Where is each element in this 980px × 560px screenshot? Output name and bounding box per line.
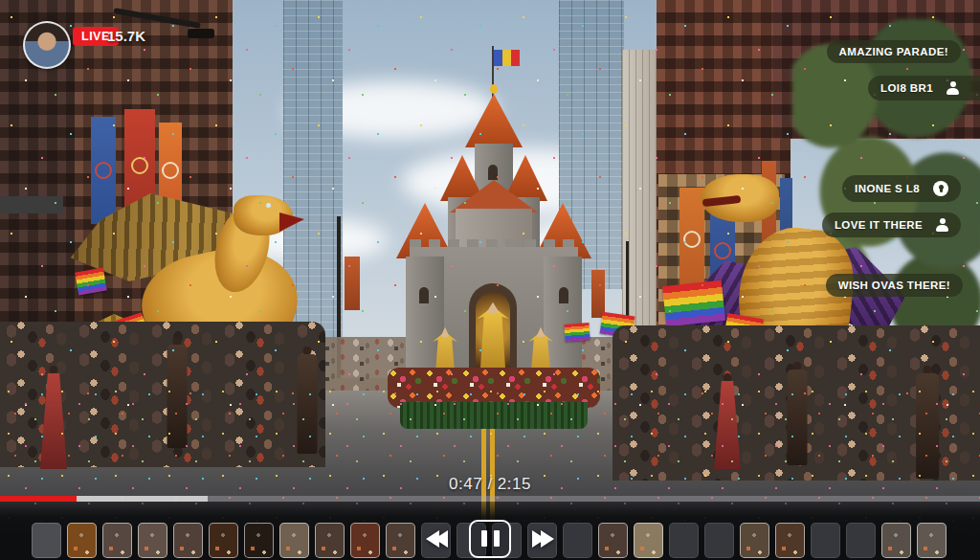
filmstrip-thumbnail[interactable] [846, 523, 876, 558]
viewer-count: 15.7K [107, 28, 145, 44]
pin-circle-icon [933, 181, 948, 196]
chat-message: LOVE IT THERE [822, 213, 961, 237]
fast-forward-button[interactable] [532, 530, 549, 548]
chat-message: LOl8 BR1 [868, 76, 980, 101]
rewind-icon [434, 530, 448, 548]
streamer-avatar[interactable] [23, 21, 71, 69]
pause-icon [481, 530, 487, 547]
filmstrip-thumbnail[interactable] [102, 523, 132, 558]
filmstrip-thumbnail[interactable] [598, 523, 628, 558]
filmstrip-thumbnail[interactable] [775, 523, 805, 558]
user-icon [947, 81, 959, 95]
chat-message-text: AMAZING PARADE! [839, 46, 948, 57]
rewind-button[interactable] [431, 530, 448, 548]
chat-message-text: INONE S L8 [855, 183, 920, 194]
filmstrip-thumbnail[interactable] [209, 523, 238, 558]
chat-message: AMAZING PARADE! [827, 40, 961, 63]
filmstrip-thumbnail[interactable] [917, 523, 947, 558]
chat-message-text: LOVE IT THERE [835, 219, 923, 231]
filmstrip-thumbnail[interactable] [704, 523, 734, 558]
filmstrip-thumbnail[interactable] [634, 523, 663, 558]
filmstrip-thumbnail[interactable] [386, 523, 415, 558]
filmstrip-thumbnail[interactable] [244, 523, 274, 558]
filmstrip-thumbnail[interactable] [350, 523, 380, 558]
filmstrip-thumbnail[interactable] [881, 523, 911, 558]
filmstrip-thumbnail[interactable] [67, 523, 97, 558]
filmstrip-thumbnail[interactable] [279, 523, 309, 558]
filmstrip-thumbnail[interactable] [563, 523, 592, 558]
pause-button[interactable] [469, 520, 511, 558]
filmstrip-thumbnail[interactable] [811, 523, 840, 558]
filmstrip-thumbnail[interactable] [740, 523, 769, 558]
filmstrip-thumbnail[interactable] [669, 523, 699, 558]
filmstrip-thumbnail[interactable] [138, 523, 167, 558]
chat-message-text: LOl8 BR1 [880, 82, 933, 94]
filmstrip-thumbnail[interactable] [315, 523, 345, 558]
chat-message: WISH OVAS THERE! [826, 274, 963, 297]
filmstrip-thumbnail[interactable] [32, 523, 61, 558]
live-video-player: LIVE 15.7K AMAZING PARADE! LOl8 BR1 INON… [0, 0, 980, 560]
chat-message-text: WISH OVAS THERE! [838, 280, 950, 291]
time-display: 0:47 / 2:15 [0, 475, 980, 494]
chat-message: INONE S L8 [842, 175, 961, 202]
user-icon [936, 218, 948, 232]
pause-icon [494, 530, 500, 547]
filmstrip-thumbnail[interactable] [173, 523, 203, 558]
fast-forward-icon [541, 530, 554, 548]
